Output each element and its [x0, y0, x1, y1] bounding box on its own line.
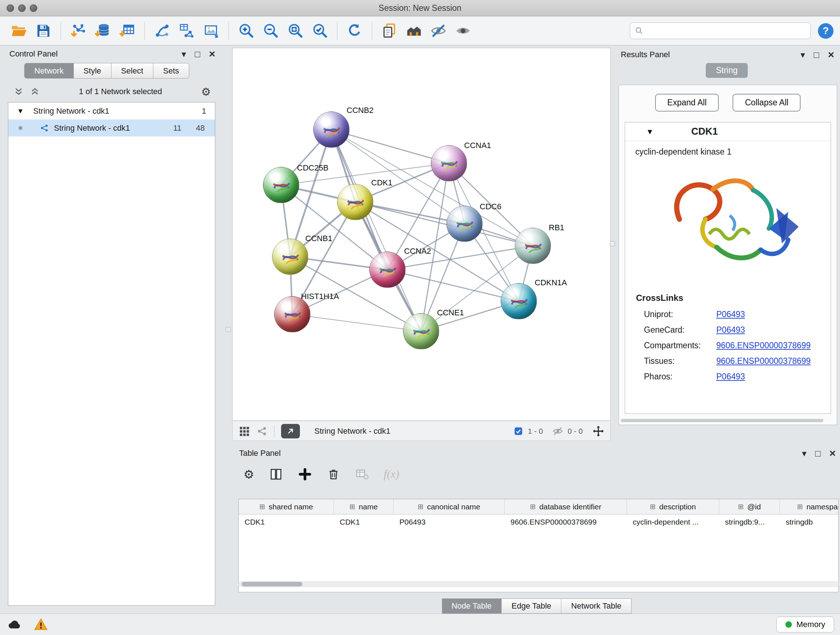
network-node-cdk1[interactable] [337, 184, 373, 220]
network-node-rb1[interactable] [515, 228, 551, 264]
table-cell[interactable]: stringdb [780, 515, 838, 530]
cloud-icon[interactable] [6, 617, 23, 632]
network-edge[interactable] [355, 202, 533, 246]
table-options-gear-icon[interactable]: ⚙ [243, 467, 254, 481]
crosslink-link[interactable]: P06493 [716, 372, 745, 382]
column-header-canonical-name[interactable]: ⊞canonical name [393, 499, 505, 514]
hidden-eye-slash-icon[interactable] [553, 426, 563, 437]
network-node-ccnb2[interactable] [313, 111, 349, 148]
collapse-all-icon[interactable] [14, 87, 24, 97]
network-node-ccnb1[interactable] [272, 239, 308, 275]
table-cell[interactable]: CDK1 [239, 515, 334, 530]
crosslink-link[interactable]: 9606.ENSP00000378699 [716, 340, 811, 350]
network-from-table-button[interactable] [177, 20, 196, 41]
table-cell[interactable]: CDK1 [334, 515, 393, 530]
function-builder-icon[interactable]: f(x) [384, 468, 399, 481]
annotation-clipboard-button[interactable] [379, 20, 399, 41]
delete-table-icon[interactable] [355, 467, 369, 481]
zoom-out-button[interactable] [261, 20, 280, 41]
network-collection-row[interactable]: ▼ String Network - cdk1 1 [8, 103, 215, 119]
network-canvas[interactable]: CCNB2CCNA1CDC25BCDK1CDC6RB1CCNB1CCNA2CDK… [232, 48, 611, 421]
section-caret-icon[interactable]: ▼ [646, 127, 654, 136]
network-overview-icon[interactable] [256, 426, 267, 437]
import-table-from-file-button[interactable] [118, 20, 137, 41]
pan-crosshair-icon[interactable] [592, 425, 605, 437]
expand-all-icon[interactable] [30, 87, 40, 97]
tree-expand-icon[interactable]: ▼ [17, 107, 24, 115]
birdseye-toggle-button[interactable] [281, 424, 300, 439]
close-panel-icon[interactable]: × [828, 49, 834, 60]
network-node-cdc25b[interactable] [263, 167, 299, 203]
tab-network[interactable]: Network [24, 63, 74, 79]
search-input[interactable] [630, 22, 811, 39]
grid-view-icon[interactable] [238, 425, 250, 437]
zoom-fit-button[interactable] [286, 20, 305, 41]
network-node-ccna1[interactable] [431, 145, 467, 181]
tab-style[interactable]: Style [74, 63, 111, 79]
layout-button[interactable] [404, 20, 424, 41]
show-all-button[interactable] [453, 20, 473, 41]
network-node-ccne1[interactable] [403, 313, 439, 349]
zoom-selected-button[interactable] [310, 20, 330, 41]
protein-card-header[interactable]: ▼ CDK1 [625, 122, 831, 141]
show-columns-icon[interactable] [269, 467, 283, 481]
tab-edge-table[interactable]: Edge Table [502, 599, 561, 614]
window-zoom-button[interactable] [30, 4, 37, 12]
table-horizontal-scrollbar[interactable] [238, 581, 838, 587]
splitter-handle[interactable] [610, 241, 615, 246]
tab-network-table[interactable]: Network Table [561, 599, 632, 614]
memory-button[interactable]: Memory [776, 616, 834, 632]
new-network-button[interactable] [152, 20, 172, 41]
collapse-panel-icon[interactable]: ▾ [802, 449, 807, 458]
crosslink-link[interactable]: P06493 [716, 325, 745, 335]
table-data-row[interactable]: CDK1CDK1P064939606.ENSP00000378699cyclin… [239, 515, 838, 530]
collapse-panel-icon[interactable]: ▾ [801, 50, 805, 59]
crosslink-link[interactable]: 9606.ENSP00000378699 [716, 356, 811, 366]
column-header-database-identifier[interactable]: ⊞database identifier [505, 499, 627, 514]
warning-icon[interactable] [33, 617, 49, 632]
float-panel-icon[interactable]: □ [195, 50, 200, 59]
float-panel-icon[interactable]: □ [815, 449, 821, 458]
crosslink-link[interactable]: P06493 [716, 310, 745, 319]
open-session-button[interactable] [9, 20, 28, 41]
add-column-icon[interactable] [298, 467, 312, 481]
tab-select[interactable]: Select [111, 63, 153, 79]
table-cell[interactable]: 9606.ENSP00000378699 [505, 515, 627, 530]
network-edge[interactable] [387, 270, 519, 301]
tab-node-table[interactable]: Node Table [442, 599, 502, 614]
network-options-gear-icon[interactable]: ⚙ [201, 86, 211, 98]
network-node-cdkn1a[interactable] [501, 283, 537, 319]
table-cell[interactable]: cyclin-dependent ... [627, 515, 719, 530]
help-button[interactable]: ? [818, 23, 834, 39]
column-header-description[interactable]: ⊞description [627, 499, 719, 514]
expand-all-button[interactable]: Expand All [655, 94, 719, 111]
window-close-button[interactable] [6, 4, 14, 12]
network-node-hist1h1a[interactable] [274, 296, 310, 333]
refresh-button[interactable] [345, 20, 364, 41]
delete-column-trash-icon[interactable] [327, 467, 340, 481]
network-node-cdc6[interactable] [447, 206, 483, 242]
table-cell[interactable]: P06493 [393, 515, 505, 530]
import-network-from-file-button[interactable] [68, 20, 88, 41]
column-header-namespace[interactable]: ⊞namespace [780, 499, 838, 514]
hide-selected-button[interactable] [429, 20, 448, 41]
collapse-all-button[interactable]: Collapse All [733, 94, 801, 111]
network-node-ccna2[interactable] [369, 252, 406, 288]
network-row-selected[interactable]: String Network - cdk1 11 48 [8, 119, 215, 136]
selected-checkbox-icon[interactable] [513, 426, 523, 436]
splitter-handle[interactable] [226, 327, 231, 332]
import-network-from-database-button[interactable] [93, 20, 112, 41]
network-edge[interactable] [332, 130, 421, 331]
scrollbar-thumb[interactable] [242, 582, 302, 586]
close-panel-icon[interactable]: × [829, 448, 836, 459]
column-header--id[interactable]: ⊞@id [719, 499, 780, 514]
collapse-panel-icon[interactable]: ▾ [182, 50, 186, 59]
float-panel-icon[interactable]: □ [813, 50, 819, 59]
table-cell[interactable]: stringdb:9... [719, 515, 780, 530]
export-image-button[interactable] [202, 20, 221, 41]
zoom-in-button[interactable] [236, 20, 256, 41]
column-header-shared-name[interactable]: ⊞shared name [239, 499, 334, 514]
save-session-button[interactable] [34, 20, 53, 41]
close-panel-icon[interactable]: × [209, 49, 215, 59]
tab-sets[interactable]: Sets [153, 63, 189, 79]
